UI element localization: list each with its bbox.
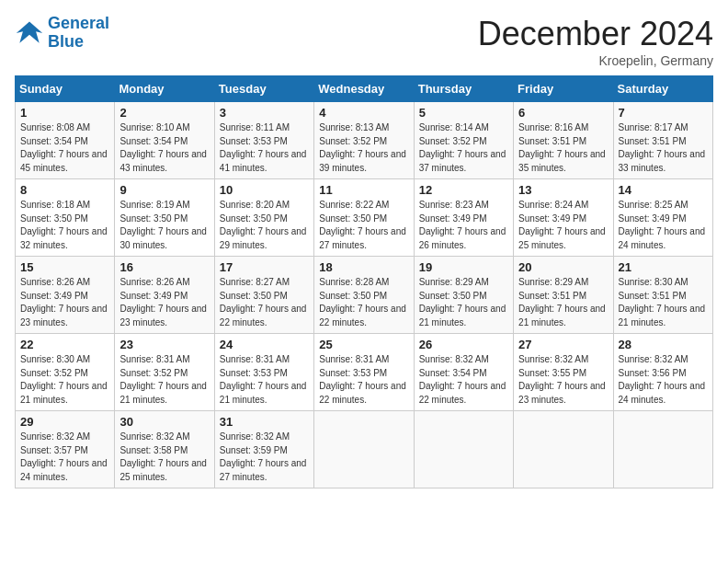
day-number: 13 <box>518 183 608 197</box>
day-header-tuesday: Tuesday <box>214 76 313 102</box>
day-number: 30 <box>119 415 209 429</box>
day-info: Sunrise: 8:32 AM Sunset: 3:55 PM Dayligh… <box>518 353 608 407</box>
day-info: Sunrise: 8:10 AM Sunset: 3:54 PM Dayligh… <box>119 121 209 175</box>
day-info: Sunrise: 8:22 AM Sunset: 3:50 PM Dayligh… <box>319 199 408 252</box>
calendar-cell: 29 Sunrise: 8:32 AM Sunset: 3:57 PM Dayl… <box>16 411 115 488</box>
calendar-cell: 23 Sunrise: 8:31 AM Sunset: 3:52 PM Dayl… <box>115 334 214 411</box>
day-info: Sunrise: 8:27 AM Sunset: 3:50 PM Dayligh… <box>220 276 309 329</box>
day-number: 28 <box>619 338 708 351</box>
day-info: Sunrise: 8:28 AM Sunset: 3:50 PM Dayligh… <box>319 276 408 329</box>
calendar-cell: 31 Sunrise: 8:32 AM Sunset: 3:59 PM Dayl… <box>214 411 313 488</box>
day-info: Sunrise: 8:32 AM Sunset: 3:58 PM Dayligh… <box>119 431 209 484</box>
day-number: 15 <box>20 260 109 274</box>
day-info: Sunrise: 8:16 AM Sunset: 3:51 PM Dayligh… <box>518 121 608 175</box>
day-number: 19 <box>419 260 508 274</box>
logo-text: General Blue <box>48 15 109 52</box>
day-header-monday: Monday <box>115 76 214 102</box>
calendar-week-2: 8 Sunrise: 8:18 AM Sunset: 3:50 PM Dayli… <box>16 179 713 257</box>
calendar-cell: 28 Sunrise: 8:32 AM Sunset: 3:56 PM Dayl… <box>613 334 712 411</box>
day-number: 26 <box>419 338 508 351</box>
day-number: 11 <box>319 183 408 197</box>
day-number: 14 <box>619 183 708 197</box>
day-info: Sunrise: 8:29 AM Sunset: 3:50 PM Dayligh… <box>419 276 508 329</box>
day-number: 18 <box>319 260 408 274</box>
calendar-cell: 11 Sunrise: 8:22 AM Sunset: 3:50 PM Dayl… <box>314 179 414 257</box>
calendar-cell: 25 Sunrise: 8:31 AM Sunset: 3:53 PM Dayl… <box>314 334 414 411</box>
day-number: 21 <box>619 260 708 274</box>
calendar-cell: 9 Sunrise: 8:19 AM Sunset: 3:50 PM Dayli… <box>115 179 214 257</box>
day-header-sunday: Sunday <box>16 76 115 102</box>
day-info: Sunrise: 8:32 AM Sunset: 3:54 PM Dayligh… <box>419 353 508 407</box>
calendar-cell: 8 Sunrise: 8:18 AM Sunset: 3:50 PM Dayli… <box>16 179 115 257</box>
calendar-week-5: 29 Sunrise: 8:32 AM Sunset: 3:57 PM Dayl… <box>16 411 713 488</box>
calendar-cell <box>314 411 414 488</box>
day-number: 17 <box>220 260 309 274</box>
day-info: Sunrise: 8:31 AM Sunset: 3:53 PM Dayligh… <box>319 353 408 407</box>
day-number: 5 <box>419 106 508 120</box>
calendar-cell: 30 Sunrise: 8:32 AM Sunset: 3:58 PM Dayl… <box>115 411 214 488</box>
day-info: Sunrise: 8:29 AM Sunset: 3:51 PM Dayligh… <box>518 276 608 329</box>
calendar-cell: 22 Sunrise: 8:30 AM Sunset: 3:52 PM Dayl… <box>16 334 115 411</box>
title-block: December 2024 Kroepelin, Germany <box>478 15 713 68</box>
day-number: 8 <box>20 183 109 197</box>
month-title: December 2024 <box>478 15 713 53</box>
day-number: 7 <box>619 106 708 120</box>
day-info: Sunrise: 8:20 AM Sunset: 3:50 PM Dayligh… <box>220 199 309 252</box>
day-info: Sunrise: 8:24 AM Sunset: 3:49 PM Dayligh… <box>518 199 608 252</box>
day-header-wednesday: Wednesday <box>314 76 414 102</box>
calendar-cell: 3 Sunrise: 8:11 AM Sunset: 3:53 PM Dayli… <box>214 102 313 179</box>
calendar-week-3: 15 Sunrise: 8:26 AM Sunset: 3:49 PM Dayl… <box>16 257 713 334</box>
day-number: 3 <box>220 106 309 120</box>
day-info: Sunrise: 8:14 AM Sunset: 3:52 PM Dayligh… <box>419 121 508 175</box>
calendar-cell <box>613 411 712 488</box>
day-number: 2 <box>119 106 209 120</box>
day-number: 24 <box>220 338 309 351</box>
day-number: 22 <box>20 338 109 351</box>
calendar-cell: 18 Sunrise: 8:28 AM Sunset: 3:50 PM Dayl… <box>314 257 414 334</box>
calendar-table: SundayMondayTuesdayWednesdayThursdayFrid… <box>15 75 713 488</box>
calendar-cell <box>414 411 513 488</box>
day-info: Sunrise: 8:31 AM Sunset: 3:53 PM Dayligh… <box>220 353 309 407</box>
day-number: 9 <box>119 183 209 197</box>
svg-marker-0 <box>17 21 42 42</box>
day-info: Sunrise: 8:11 AM Sunset: 3:53 PM Dayligh… <box>220 121 309 175</box>
calendar-cell: 4 Sunrise: 8:13 AM Sunset: 3:52 PM Dayli… <box>314 102 414 179</box>
calendar-cell: 20 Sunrise: 8:29 AM Sunset: 3:51 PM Dayl… <box>514 257 613 334</box>
day-number: 6 <box>518 106 608 120</box>
calendar-header: SundayMondayTuesdayWednesdayThursdayFrid… <box>16 76 713 102</box>
day-number: 12 <box>419 183 508 197</box>
day-number: 4 <box>319 106 408 120</box>
day-info: Sunrise: 8:13 AM Sunset: 3:52 PM Dayligh… <box>319 121 408 175</box>
day-info: Sunrise: 8:18 AM Sunset: 3:50 PM Dayligh… <box>20 199 109 252</box>
calendar-cell: 2 Sunrise: 8:10 AM Sunset: 3:54 PM Dayli… <box>115 102 214 179</box>
logo-bird-icon <box>15 18 44 48</box>
day-number: 29 <box>20 415 109 429</box>
day-number: 20 <box>518 260 608 274</box>
calendar-cell: 12 Sunrise: 8:23 AM Sunset: 3:49 PM Dayl… <box>414 179 513 257</box>
calendar-week-4: 22 Sunrise: 8:30 AM Sunset: 3:52 PM Dayl… <box>16 334 713 411</box>
day-info: Sunrise: 8:17 AM Sunset: 3:51 PM Dayligh… <box>619 121 708 175</box>
page-header: General Blue December 2024 Kroepelin, Ge… <box>15 15 713 68</box>
calendar-cell: 24 Sunrise: 8:31 AM Sunset: 3:53 PM Dayl… <box>214 334 313 411</box>
day-number: 25 <box>319 338 408 351</box>
day-info: Sunrise: 8:23 AM Sunset: 3:49 PM Dayligh… <box>419 199 508 252</box>
day-header-thursday: Thursday <box>414 76 513 102</box>
day-number: 16 <box>119 260 209 274</box>
calendar-cell: 10 Sunrise: 8:20 AM Sunset: 3:50 PM Dayl… <box>214 179 313 257</box>
day-number: 27 <box>518 338 608 351</box>
calendar-cell: 27 Sunrise: 8:32 AM Sunset: 3:55 PM Dayl… <box>514 334 613 411</box>
day-info: Sunrise: 8:26 AM Sunset: 3:49 PM Dayligh… <box>20 276 109 329</box>
location: Kroepelin, Germany <box>478 53 713 68</box>
day-info: Sunrise: 8:30 AM Sunset: 3:52 PM Dayligh… <box>20 353 109 407</box>
day-info: Sunrise: 8:32 AM Sunset: 3:56 PM Dayligh… <box>619 353 708 407</box>
day-number: 1 <box>20 106 109 120</box>
day-number: 31 <box>220 415 309 429</box>
day-info: Sunrise: 8:08 AM Sunset: 3:54 PM Dayligh… <box>20 121 109 175</box>
day-info: Sunrise: 8:31 AM Sunset: 3:52 PM Dayligh… <box>119 353 209 407</box>
calendar-cell <box>514 411 613 488</box>
day-info: Sunrise: 8:30 AM Sunset: 3:51 PM Dayligh… <box>619 276 708 329</box>
calendar-cell: 19 Sunrise: 8:29 AM Sunset: 3:50 PM Dayl… <box>414 257 513 334</box>
day-number: 23 <box>119 338 209 351</box>
calendar-cell: 5 Sunrise: 8:14 AM Sunset: 3:52 PM Dayli… <box>414 102 513 179</box>
calendar-cell: 13 Sunrise: 8:24 AM Sunset: 3:49 PM Dayl… <box>514 179 613 257</box>
